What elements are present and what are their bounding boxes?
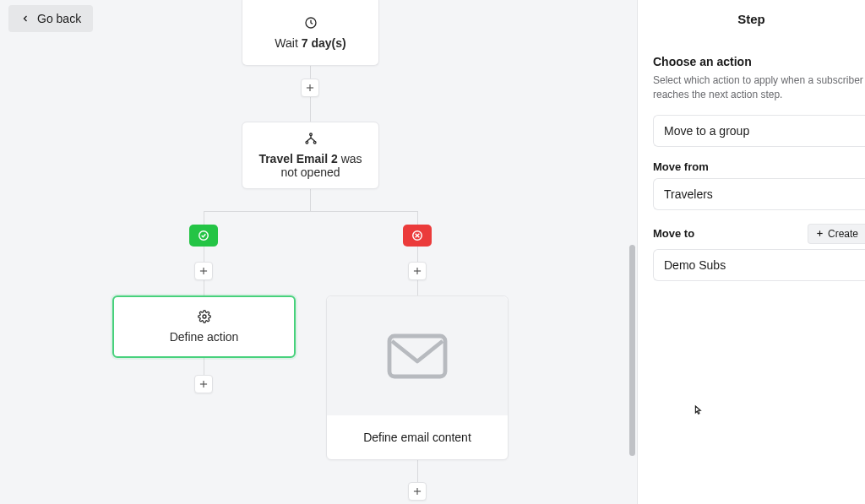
connector xyxy=(417,279,418,297)
create-group-label: Create xyxy=(828,228,858,240)
action-select[interactable]: Move to a group xyxy=(653,115,865,147)
connector xyxy=(417,460,418,484)
svg-point-14 xyxy=(203,315,206,318)
condition-node[interactable]: Travel Email 2 was not opened xyxy=(242,122,379,189)
svg-point-3 xyxy=(309,133,312,136)
panel-title: Step xyxy=(638,0,865,38)
connector xyxy=(310,95,311,122)
connector xyxy=(204,245,204,263)
step-panel: Step Choose an action Select which actio… xyxy=(637,0,865,504)
add-step-button[interactable] xyxy=(194,262,213,280)
scrollbar-thumb[interactable] xyxy=(629,245,635,456)
add-step-button[interactable] xyxy=(194,375,213,393)
add-step-button[interactable] xyxy=(408,482,427,501)
email-placeholder xyxy=(327,296,508,415)
svg-rect-17 xyxy=(389,336,445,377)
move-to-value: Demo Subs xyxy=(664,258,726,272)
move-to-select[interactable]: Demo Subs xyxy=(653,249,865,281)
plus-icon xyxy=(815,229,824,238)
connector xyxy=(204,211,417,212)
connector xyxy=(417,245,418,263)
svg-point-5 xyxy=(313,141,316,144)
add-step-button[interactable] xyxy=(301,79,319,97)
clock-icon xyxy=(304,16,318,30)
move-from-value: Travelers xyxy=(664,187,713,201)
add-step-button[interactable] xyxy=(408,262,427,280)
connector xyxy=(310,189,311,211)
wait-node-label: Wait 7 day(s) xyxy=(275,36,345,50)
condition-node-label: Travel Email 2 was not opened xyxy=(258,152,363,179)
branch-icon xyxy=(304,132,318,145)
email-node-label: Define email content xyxy=(355,415,480,459)
choose-action-description: Select which action to apply when a subs… xyxy=(653,73,865,103)
wait-node[interactable]: Wait 7 day(s) xyxy=(242,0,379,66)
svg-point-4 xyxy=(306,141,308,144)
workflow-canvas[interactable]: Wait 7 day(s) Travel Email 2 was not ope… xyxy=(0,0,637,504)
gear-icon xyxy=(198,310,211,323)
action-select-value: Move to a group xyxy=(664,124,749,138)
move-to-label: Move to xyxy=(653,227,694,240)
connector xyxy=(204,358,204,377)
choose-action-heading: Choose an action xyxy=(653,55,865,68)
email-node[interactable]: Define email content xyxy=(326,295,509,460)
move-from-label: Move from xyxy=(653,160,709,173)
move-from-select[interactable]: Travelers xyxy=(653,178,865,210)
branch-yes-badge[interactable] xyxy=(189,225,218,247)
create-group-button[interactable]: Create xyxy=(808,224,865,244)
envelope-icon xyxy=(387,333,448,380)
canvas-scrollbar[interactable] xyxy=(627,0,635,504)
connector xyxy=(204,279,204,297)
define-action-node[interactable]: Define action xyxy=(112,295,296,358)
branch-no-badge[interactable] xyxy=(403,225,432,247)
define-action-label: Define action xyxy=(170,330,239,344)
